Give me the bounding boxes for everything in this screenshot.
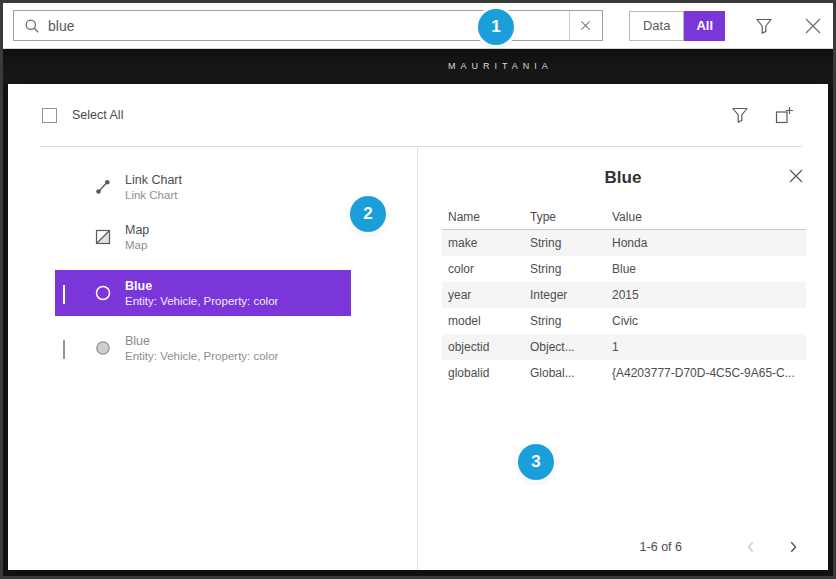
chevron-right-icon [786,540,800,554]
cell-value: {A4203777-D70D-4C5C-9A65-C... [606,366,806,380]
cell-type: Global... [524,366,606,380]
cell-name: globalid [442,366,524,380]
add-to-selection-button[interactable] [775,106,794,125]
filter-results-button[interactable] [731,106,749,124]
pagination: 1-6 of 6 [640,540,800,554]
clear-search-button[interactable] [569,11,602,40]
annotation-badge-2: 2 [350,196,386,232]
results-header: Select All [8,84,828,146]
item-subtitle: Link Chart [125,188,182,203]
item-title: Blue [125,278,278,294]
scope-data-button[interactable]: Data [629,11,684,41]
cell-name: year [442,288,524,302]
cell-type: String [524,262,606,276]
scope-toggle: Data All [629,11,725,41]
link-chart-icon [93,178,113,196]
item-title: Blue [125,333,278,349]
search-bar: Data All [3,3,833,49]
map-background: MAURITANIA [3,49,833,84]
entity-icon [93,339,113,357]
previous-page-button[interactable] [744,540,758,554]
results-list: Link Chart Link Chart Map Map [55,162,351,370]
search-filter-button[interactable] [755,17,773,35]
annotation-badge-3: 3 [518,444,554,480]
detail-close-button[interactable] [788,168,804,184]
map-country-label: MAURITANIA [448,61,553,71]
scope-all-button[interactable]: All [684,11,725,41]
list-item-map[interactable]: Map Map [55,212,351,262]
cell-name: model [442,314,524,328]
list-item-blue[interactable]: Blue Entity: Vehicle, Property: color [55,326,351,370]
item-subtitle: Entity: Vehicle, Property: color [125,349,278,364]
chevron-left-icon [744,540,758,554]
cell-name: make [442,236,524,250]
cell-name: objectid [442,340,524,354]
cell-value: Blue [606,262,806,276]
column-header-type: Type [524,210,606,224]
table-row: color String Blue [442,256,806,282]
search-input-group[interactable] [13,10,603,41]
cell-type: Object... [524,340,606,354]
table-row: model String Civic [442,308,806,334]
list-item-blue-selected[interactable]: Blue Entity: Vehicle, Property: color [55,270,351,316]
map-icon [93,228,113,246]
clear-icon [580,20,591,31]
cell-value: 2015 [606,288,806,302]
cell-type: Integer [524,288,606,302]
table-row: make String Honda [442,230,806,256]
cell-value: Honda [606,236,806,250]
select-all-checkbox[interactable] [42,108,57,123]
item-checkbox[interactable] [63,285,65,304]
close-icon [803,16,823,36]
table-row: objectid Object... 1 [442,334,806,360]
cell-value: Civic [606,314,806,328]
app-window: Data All MAURITANIA Select All [0,0,836,579]
item-subtitle: Entity: Vehicle, Property: color [125,294,278,309]
search-close-button[interactable] [803,16,823,36]
list-item-link-chart[interactable]: Link Chart Link Chart [55,162,351,212]
entity-icon [93,284,113,302]
cell-name: color [442,262,524,276]
search-icon [24,18,40,34]
search-results-dialog: Select All Link Chart Link Chart [8,84,828,570]
cell-value: 1 [606,340,806,354]
detail-title: Blue [418,168,828,188]
item-subtitle: Map [125,238,149,253]
properties-table: Name Type Value make String Honda color … [442,204,806,386]
table-header: Name Type Value [442,204,806,230]
close-icon [788,168,804,184]
column-header-value: Value [606,210,806,224]
page-range-label: 1-6 of 6 [640,540,682,554]
table-row: globalid Global... {A4203777-D70D-4C5C-9… [442,360,806,386]
annotation-badge-1: 1 [478,9,514,45]
column-header-name: Name [442,210,524,224]
item-checkbox[interactable] [63,340,65,359]
funnel-icon [731,106,749,124]
item-title: Map [125,222,149,238]
next-page-button[interactable] [786,540,800,554]
funnel-icon [755,17,773,35]
detail-panel: Blue Name Type Value make String Honda c… [417,146,828,570]
add-selection-icon [775,106,794,125]
cell-type: String [524,314,606,328]
table-row: year Integer 2015 [442,282,806,308]
cell-type: String [524,236,606,250]
select-all-label: Select All [72,108,123,122]
item-title: Link Chart [125,172,182,188]
